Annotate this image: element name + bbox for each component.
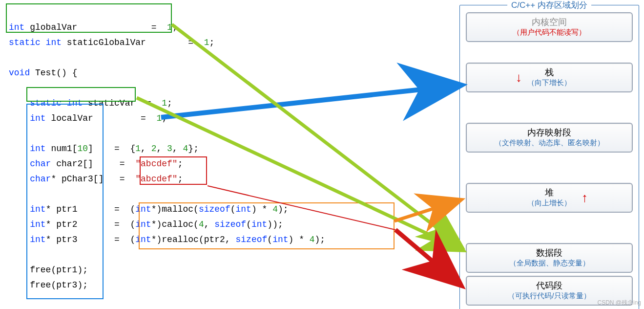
region-stack: ↓ 栈 （向下增长） (466, 63, 633, 92)
code-block: int globalVar = 1; static int staticGlob… (0, 0, 449, 298)
up-arrow-icon: ↑ (582, 190, 588, 205)
down-arrow-icon: ↓ (516, 69, 522, 85)
memory-panel: C/C++ 内存区域划分 内核空间 （用户代码不能读写） ↓ 栈 （向下增长） … (459, 0, 639, 309)
region-mmap: 内存映射段 （文件映射、动态库、匿名映射） (466, 123, 633, 153)
region-kernel: 内核空间 （用户代码不能读写） (466, 12, 633, 42)
memory-legend: C/C++ 内存区域划分 内核空间 （用户代码不能读写） ↓ 栈 （向下增长） … (459, 5, 639, 309)
region-heap: ↑ 堆 （向上增长） (466, 183, 633, 213)
watermark: CSDN @残念ing (597, 299, 641, 307)
region-data: 数据段 （全局数据、静态变量） (466, 243, 633, 273)
legend-title: C/C++ 内存区域划分 (507, 0, 591, 11)
